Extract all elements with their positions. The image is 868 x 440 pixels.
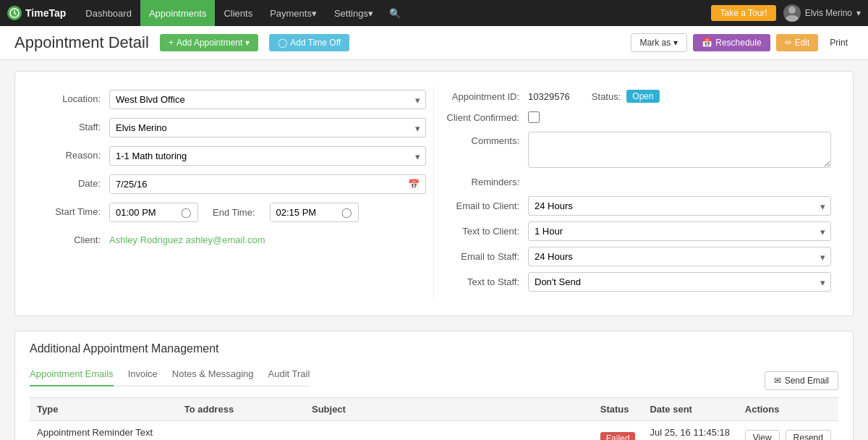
client-link[interactable]: Ashley Rodriguez ashley@email.com xyxy=(109,231,265,245)
nav-appointments[interactable]: Appointments xyxy=(140,0,216,26)
reminders-label: Reminders: xyxy=(441,177,528,187)
end-time-input[interactable] xyxy=(271,203,336,221)
appointment-form-card: Location: West Blvd Office Staff: Elvis … xyxy=(14,71,854,316)
payments-chevron-icon: ▾ xyxy=(312,8,317,19)
col-date-sent: Date sent xyxy=(642,398,737,421)
tabs-row: Appointment Emails Invoice Notes & Messa… xyxy=(30,363,838,397)
text-to-client-label: Text to Client: xyxy=(441,226,528,237)
tab-audit-trail[interactable]: Audit Trail xyxy=(268,363,310,386)
comments-label: Comments: xyxy=(441,132,528,146)
nav-payments[interactable]: Payments ▾ xyxy=(261,0,326,26)
logo[interactable]: TimeTap xyxy=(7,6,66,20)
main-content: Location: West Blvd Office Staff: Elvis … xyxy=(0,60,868,440)
pencil-icon: ✏ xyxy=(785,38,792,48)
col-type: Type xyxy=(30,398,177,421)
envelope-icon: ✉ xyxy=(774,376,781,386)
management-tabs: Appointment Emails Invoice Notes & Messa… xyxy=(30,363,310,386)
nav-items: Dashboard Appointments Clients Payments … xyxy=(77,0,711,26)
text-to-staff-select[interactable]: Don't Send xyxy=(528,272,831,292)
tab-invoice[interactable]: Invoice xyxy=(128,363,158,386)
add-time-off-button[interactable]: ◯ Add Time Off xyxy=(269,34,349,51)
client-label: Client: xyxy=(37,231,109,245)
date-input-wrapper: 📅 xyxy=(109,174,426,194)
staff-label: Staff: xyxy=(37,118,109,132)
client-confirmed-checkbox[interactable] xyxy=(528,111,540,123)
end-time-field: ◯ xyxy=(270,203,359,222)
table-row: Appointment Reminder Text Messsage Faile… xyxy=(30,421,838,441)
appointment-id-value: 10329576 xyxy=(528,91,570,102)
staff-select[interactable]: Elvis Merino xyxy=(109,118,426,138)
tab-notes-messaging[interactable]: Notes & Messaging xyxy=(172,363,254,386)
comments-textarea[interactable] xyxy=(528,132,831,168)
client-confirmed-row: Client Confirmed: xyxy=(441,111,831,123)
row1-resend-button[interactable]: Resend xyxy=(786,430,831,440)
logo-icon xyxy=(7,6,22,20)
date-input[interactable] xyxy=(110,175,402,193)
user-name: Elvis Merino xyxy=(805,8,852,18)
appointment-id-label: Appointment ID: xyxy=(441,91,528,102)
table-header: Type To address Subject Status Date sent… xyxy=(30,398,838,421)
settings-chevron-icon: ▾ xyxy=(368,8,373,19)
text-to-staff-wrapper: Don't Send xyxy=(528,272,831,292)
reason-row: Reason: 1-1 Math tutoring xyxy=(37,146,426,166)
email-to-client-wrapper: 24 Hours xyxy=(528,196,831,216)
reason-select[interactable]: 1-1 Math tutoring xyxy=(109,146,426,166)
reason-label: Reason: xyxy=(37,146,109,161)
email-to-staff-label: Email to Staff: xyxy=(441,251,528,262)
email-to-staff-wrapper: 24 Hours xyxy=(528,247,831,266)
management-header: Additional Appointment Management xyxy=(30,342,838,355)
text-to-staff-row: Text to Staff: Don't Send xyxy=(441,272,831,292)
email-to-client-row: Email to Client: 24 Hours xyxy=(441,196,831,216)
page-title: Appointment Detail xyxy=(14,33,149,52)
text-to-client-select[interactable]: 1 Hour xyxy=(528,221,831,241)
location-label: Location: xyxy=(37,90,109,104)
reschedule-button[interactable]: 📅 Reschedule xyxy=(693,34,770,51)
form-grid: Location: West Blvd Office Staff: Elvis … xyxy=(30,86,838,301)
location-select[interactable]: West Blvd Office xyxy=(109,90,426,109)
staff-row: Staff: Elvis Merino xyxy=(37,118,426,138)
take-tour-button[interactable]: Take a Tour! xyxy=(711,5,775,21)
date-label: Date: xyxy=(37,174,109,189)
form-right: Appointment ID: 10329576 Status: Open Cl… xyxy=(434,86,838,301)
top-nav: TimeTap Dashboard Appointments Clients P… xyxy=(0,0,868,26)
nav-settings[interactable]: Settings ▾ xyxy=(326,0,382,26)
print-button[interactable]: Print xyxy=(824,34,854,51)
mark-as-button[interactable]: Mark as ▾ xyxy=(631,33,688,52)
form-left: Location: West Blvd Office Staff: Elvis … xyxy=(30,86,434,301)
page-header: Appointment Detail + Add Appointment ▾ ◯… xyxy=(0,26,868,60)
col-status: Status xyxy=(593,398,643,421)
nav-clients[interactable]: Clients xyxy=(215,0,261,26)
date-row: Date: 📅 xyxy=(37,174,426,194)
tab-appointment-emails[interactable]: Appointment Emails xyxy=(30,363,114,386)
client-confirmed-label: Client Confirmed: xyxy=(441,112,528,123)
start-time-label: Start Time: xyxy=(37,203,109,217)
start-time-input[interactable] xyxy=(110,203,175,221)
send-email-button[interactable]: ✉ Send Email xyxy=(765,371,838,390)
calendar-picker-icon[interactable]: 📅 xyxy=(402,179,425,190)
send-email-wrapper: ✉ Send Email xyxy=(765,371,838,397)
reminders-header-row: Reminders: xyxy=(441,177,831,187)
location-select-wrapper: West Blvd Office xyxy=(109,90,426,109)
add-appointment-button[interactable]: + Add Appointment ▾ xyxy=(160,34,258,51)
row1-type: Appointment Reminder Text Messsage xyxy=(30,421,177,441)
svg-point-2 xyxy=(786,15,799,22)
nav-dashboard[interactable]: Dashboard xyxy=(77,0,140,26)
header-actions: Mark as ▾ 📅 Reschedule ✏ Edit Print xyxy=(631,33,854,52)
avatar xyxy=(783,4,801,22)
email-to-staff-select[interactable]: 24 Hours xyxy=(528,247,831,266)
email-to-client-select[interactable]: 24 Hours xyxy=(528,196,831,216)
edit-button[interactable]: ✏ Edit xyxy=(776,34,819,51)
text-to-staff-label: Text to Staff: xyxy=(441,276,528,287)
appointment-id-row: Appointment ID: 10329576 Status: Open xyxy=(441,90,831,103)
nav-search[interactable]: 🔍 xyxy=(382,0,408,26)
row1-view-button[interactable]: View xyxy=(745,430,780,440)
row1-to xyxy=(177,421,305,441)
col-actions: Actions xyxy=(738,398,838,421)
email-to-client-label: Email to Client: xyxy=(441,200,528,211)
plus-icon: + xyxy=(169,38,174,48)
search-icon: 🔍 xyxy=(389,8,401,19)
row1-status: Failed xyxy=(593,421,643,441)
staff-select-wrapper: Elvis Merino xyxy=(109,118,426,138)
calendar-icon: 📅 xyxy=(702,38,712,48)
col-to-address: To address xyxy=(177,398,305,421)
